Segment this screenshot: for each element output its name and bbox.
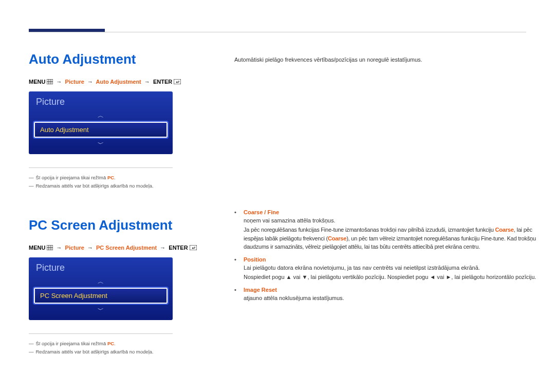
note-pc-only: ―Šī opcija ir pieejama tikai režīmā PC. [29,341,173,346]
coarse-label: Coarse [328,235,346,241]
pc-screen-notes: ―Šī opcija ir pieejama tikai režīmā PC. … [29,333,173,354]
breadcrumb-enter-label: ENTER [169,245,188,251]
auto-adjustment-menu-panel: Picture ︿ Auto Adjustment ﹀ [29,91,173,154]
bullet-title: Position [244,256,543,263]
arrow-sep: → [87,245,93,251]
note-image-vary: ―Redzamais attēls var būt atšķirīgs atka… [29,349,173,354]
bullet-text: Nospiediet pogu ▲ vai ▼, lai pielāgotu v… [244,273,543,282]
breadcrumb-item: Auto Adjustment [96,79,141,85]
arrow-sep: → [144,79,150,85]
note-text: Redzamais attēls var būt atšķirīgs atkar… [36,183,154,189]
note-pc-label: PC [107,175,114,180]
bullet-text: atjauno attēla noklusējuma iestatījumus. [244,294,543,303]
right-column: Automātiski pielāgo frekvences vērtības/… [234,55,543,302]
auto-adjustment-description: Automātiski pielāgo frekvences vērtības/… [234,55,543,64]
menu-panel-title: Picture [34,263,168,273]
auto-adjustment-heading: Auto Adjustment [29,51,203,67]
breadcrumb-picture: Picture [65,79,84,85]
menu-grid-icon [47,79,53,85]
chevron-up-icon[interactable]: ︿ [34,113,168,119]
chevron-down-icon[interactable]: ﹀ [34,307,168,313]
bullet-image-reset: • Image Reset atjauno attēla noklusējuma… [234,287,543,303]
arrow-sep: → [57,245,62,251]
bullet-title: Coarse / Fine [244,209,543,215]
header-divider [29,32,526,32]
auto-adjustment-breadcrumb: MENU → Picture → Auto Adjustment → ENTER [29,79,203,85]
bullet-text-span: Ja pēc noregulēšanas funkcijas Fine-tune… [244,227,495,233]
menu-grid-icon [47,245,53,251]
bullet-dot-icon: • [234,256,244,282]
bullet-title: Image Reset [244,287,543,293]
breadcrumb-enter-label: ENTER [153,79,172,85]
bullet-position: • Position Lai pielāgotu datora ekrāna n… [234,256,543,282]
menu-item-pc-screen-adjustment[interactable]: PC Screen Adjustment [34,288,168,304]
breadcrumb-item: PC Screen Adjustment [96,245,157,251]
pc-screen-adjustment-breadcrumb: MENU → Picture → PC Screen Adjustment → … [29,245,203,251]
chevron-down-icon[interactable]: ﹀ [34,141,168,147]
left-column: Auto Adjustment MENU → Picture → Auto Ad… [29,51,203,357]
arrow-sep: → [160,245,165,251]
pc-screen-adjustment-heading: PC Screen Adjustment [29,217,203,233]
note-text: Šī opcija ir pieejama tikai režīmā [36,341,107,346]
breadcrumb-picture: Picture [65,245,84,251]
bullet-text: Ja pēc noregulēšanas funkcijas Fine-tune… [244,226,543,251]
pc-screen-adjustment-section: PC Screen Adjustment MENU → Picture → PC… [29,217,203,354]
breadcrumb-menu-label: MENU [29,79,45,85]
note-pc-only: ―Šī opcija ir pieejama tikai režīmā PC. [29,175,173,180]
pc-screen-menu-panel: Picture ︿ PC Screen Adjustment ﹀ [29,257,173,320]
menu-panel-title: Picture [34,97,168,107]
enter-icon [174,79,181,85]
page-content: Auto Adjustment MENU → Picture → Auto Ad… [29,51,526,357]
note-image-vary: ―Redzamais attēls var būt atšķirīgs atka… [29,183,173,189]
note-pc-label: PC [107,341,114,346]
coarse-label: Coarse [495,227,514,233]
bullet-coarse-fine: • Coarse / Fine noņem vai samazina attēl… [234,209,543,251]
note-text: Redzamais attēls var būt atšķirīgs atkar… [36,349,154,354]
note-text: Šī opcija ir pieejama tikai režīmā [36,175,107,180]
bullet-text: noņem vai samazina attēla trokšņus. [244,216,543,225]
enter-icon [190,245,197,251]
arrow-sep: → [87,79,93,85]
chevron-up-icon[interactable]: ︿ [34,278,168,285]
auto-adjustment-notes: ―Šī opcija ir pieejama tikai režīmā PC. … [29,167,173,189]
breadcrumb-menu-label: MENU [29,245,45,251]
bullet-text: Lai pielāgotu datora ekrāna novietojumu,… [244,264,543,272]
pc-screen-bullets: • Coarse / Fine noņem vai samazina attēl… [234,209,543,303]
menu-item-auto-adjustment[interactable]: Auto Adjustment [34,122,168,138]
arrow-sep: → [57,79,62,85]
bullet-dot-icon: • [234,209,244,251]
bullet-dot-icon: • [234,287,244,303]
